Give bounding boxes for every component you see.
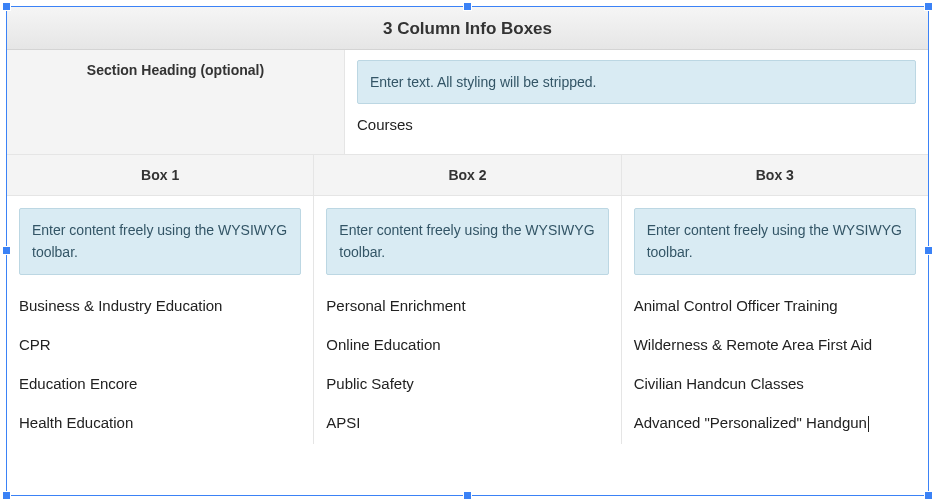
- box-2-editor[interactable]: Enter content freely using the WYSIWYG t…: [314, 196, 621, 444]
- resize-handle-bottom-right[interactable]: [924, 491, 933, 500]
- section-heading-hint: Enter text. All styling will be stripped…: [357, 60, 916, 104]
- section-heading-content[interactable]: Enter text. All styling will be stripped…: [345, 50, 928, 154]
- resize-handle-bottom-left[interactable]: [2, 491, 11, 500]
- list-item[interactable]: Wilderness & Remote Area First Aid: [634, 326, 916, 365]
- panel-title: 3 Column Info Boxes: [7, 7, 928, 50]
- list-item[interactable]: Online Education: [326, 326, 608, 365]
- list-item[interactable]: CPR: [19, 326, 301, 365]
- columns-header-row: Box 1 Box 2 Box 3: [7, 155, 928, 196]
- list-item[interactable]: APSI: [326, 404, 608, 443]
- box-2-hint: Enter content freely using the WYSIWYG t…: [326, 208, 608, 275]
- list-item[interactable]: Business & Industry Education: [19, 287, 301, 326]
- list-item[interactable]: Public Safety: [326, 365, 608, 404]
- columns-body: Enter content freely using the WYSIWYG t…: [7, 196, 928, 444]
- info-boxes-panel: 3 Column Info Boxes Section Heading (opt…: [6, 6, 929, 496]
- box-1-hint: Enter content freely using the WYSIWYG t…: [19, 208, 301, 275]
- text-cursor: [868, 416, 869, 432]
- box-3-hint: Enter content freely using the WYSIWYG t…: [634, 208, 916, 275]
- list-item[interactable]: Education Encore: [19, 365, 301, 404]
- column-head-2: Box 2: [314, 155, 621, 195]
- resize-handle-bottom-center[interactable]: [463, 491, 472, 500]
- section-heading-value[interactable]: Courses: [357, 116, 916, 139]
- resize-handle-middle-right[interactable]: [924, 246, 933, 255]
- list-item[interactable]: Advanced "Personalized" Handgun: [634, 404, 916, 444]
- list-item-text: Advanced "Personalized" Handgun: [634, 414, 867, 431]
- list-item[interactable]: Health Education: [19, 404, 301, 443]
- resize-handle-top-left[interactable]: [2, 2, 11, 11]
- section-heading-row: Section Heading (optional) Enter text. A…: [7, 50, 928, 155]
- resize-handle-top-right[interactable]: [924, 2, 933, 11]
- resize-handle-top-center[interactable]: [463, 2, 472, 11]
- list-item[interactable]: Personal Enrichment: [326, 287, 608, 326]
- section-heading-label: Section Heading (optional): [7, 50, 345, 154]
- column-head-1: Box 1: [7, 155, 314, 195]
- resize-handle-middle-left[interactable]: [2, 246, 11, 255]
- column-head-3: Box 3: [622, 155, 928, 195]
- box-3-editor[interactable]: Enter content freely using the WYSIWYG t…: [622, 196, 928, 444]
- box-1-editor[interactable]: Enter content freely using the WYSIWYG t…: [7, 196, 314, 444]
- list-item[interactable]: Civilian Handcun Classes: [634, 365, 916, 404]
- list-item[interactable]: Animal Control Officer Training: [634, 287, 916, 326]
